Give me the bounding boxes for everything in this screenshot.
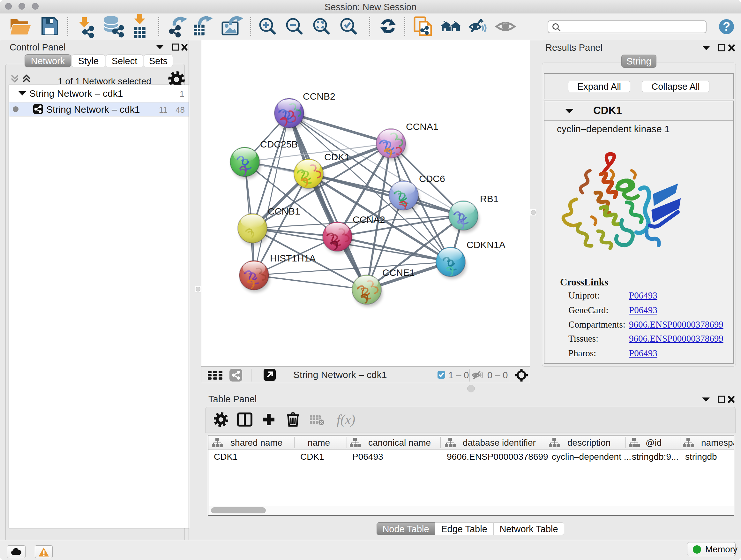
svg-text:CDC25B: CDC25B (260, 139, 298, 149)
svg-text:CCNA1: CCNA1 (406, 121, 439, 132)
svg-text:HIST1H1A: HIST1H1A (270, 253, 316, 263)
svg-text:CCNA2: CCNA2 (353, 214, 385, 225)
svg-text:CDKN1A: CDKN1A (467, 240, 506, 250)
svg-text:CCNE1: CCNE1 (382, 267, 415, 278)
svg-text:CCNB1: CCNB1 (268, 206, 300, 216)
svg-text:CCNB2: CCNB2 (303, 91, 335, 102)
svg-text:RB1: RB1 (480, 193, 498, 204)
svg-text:f(x): f(x) (337, 412, 355, 427)
svg-text:CDK1: CDK1 (324, 152, 350, 162)
svg-text:CDC6: CDC6 (419, 173, 445, 184)
